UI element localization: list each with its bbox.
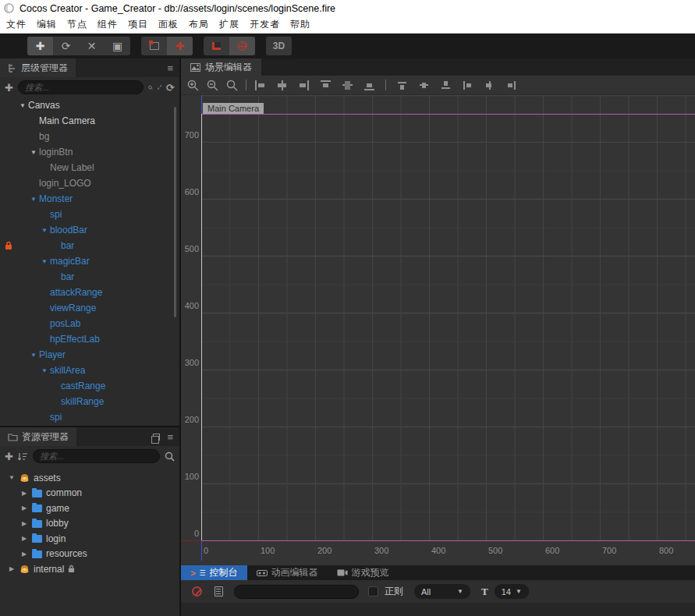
asset-node-common[interactable]: ▶common — [0, 486, 179, 501]
hierarchy-node-bloodBar[interactable]: ▼bloodBar — [0, 222, 179, 238]
hierarchy-node-magicBar[interactable]: ▼magicBar — [0, 253, 179, 269]
console-log-area[interactable] — [181, 603, 695, 616]
view3d-toggle-button[interactable]: 3D — [266, 37, 292, 55]
hierarchy-node-Player[interactable]: ▼Player — [0, 347, 179, 363]
expand-arrow-icon[interactable]: ▼ — [17, 102, 28, 109]
asset-node-internal[interactable]: ▶internal — [0, 561, 179, 577]
tab-game-preview[interactable]: 游戏预览 — [328, 565, 399, 580]
hierarchy-collapse-all-icon[interactable] — [158, 83, 161, 92]
assets-search-icon[interactable] — [165, 451, 175, 462]
hierarchy-search-input[interactable] — [18, 80, 144, 94]
asset-node-lobby[interactable]: ▶lobby — [0, 516, 179, 532]
align-top-icon[interactable] — [320, 80, 332, 90]
hierarchy-node-viewRange[interactable]: viewRange — [0, 300, 179, 316]
assets-float-icon[interactable] — [153, 434, 160, 441]
hierarchy-node-attackRange[interactable]: attackRange — [0, 285, 179, 300]
log-level-dropdown[interactable]: All ▼ — [414, 584, 470, 599]
expand-arrow-icon[interactable]: ▼ — [28, 352, 39, 359]
expand-arrow-icon[interactable]: ▼ — [39, 227, 50, 234]
regex-checkbox[interactable] — [368, 586, 378, 597]
tab-assets[interactable]: 资源管理器 — [0, 427, 76, 446]
tab-animation-editor[interactable]: 动画编辑器 — [247, 565, 328, 580]
asset-node-assets[interactable]: ▼assets — [0, 470, 179, 486]
distribute-h-center-icon[interactable] — [484, 80, 495, 90]
hierarchy-node-Monster[interactable]: ▼Monster — [0, 191, 179, 207]
hierarchy-node-hpEffectLab[interactable]: hpEffectLab — [0, 331, 179, 347]
hierarchy-node-skillArea[interactable]: ▼skillArea — [0, 363, 179, 378]
collapse-arrow-icon[interactable]: ▶ — [20, 520, 28, 527]
zoom-out-icon[interactable] — [207, 80, 218, 91]
lock-icon[interactable] — [5, 241, 12, 250]
hierarchy-node-castRange[interactable]: castRange — [0, 378, 179, 394]
main-camera-gizmo-label[interactable]: Main Camera — [203, 103, 264, 114]
assets-search-input[interactable] — [33, 449, 160, 463]
collapse-arrow-icon[interactable]: ▶ — [20, 504, 28, 512]
hierarchy-node-bar[interactable]: bar — [0, 269, 179, 285]
console-filter-input[interactable] — [234, 585, 359, 599]
assets-menu-icon[interactable]: ≡ — [167, 432, 173, 442]
console-log-file-icon[interactable] — [215, 586, 223, 597]
anchor-mode-button[interactable]: ✚ — [167, 37, 193, 55]
menu-item-2[interactable]: 节点 — [67, 18, 87, 31]
align-v-middle-icon[interactable] — [342, 80, 353, 90]
zoom-in-icon[interactable] — [187, 80, 199, 91]
rect-tool-button[interactable]: ▣ — [105, 37, 130, 55]
menu-item-4[interactable]: 项目 — [128, 18, 148, 31]
hierarchy-node-New-Label[interactable]: New Label — [0, 160, 179, 175]
hierarchy-search-icon[interactable] — [148, 83, 153, 93]
menu-item-5[interactable]: 面板 — [158, 18, 179, 31]
align-left-icon[interactable] — [254, 80, 266, 90]
distribute-top-icon[interactable] — [396, 80, 408, 90]
hierarchy-add-button[interactable]: ✚ — [5, 83, 13, 93]
collapse-arrow-icon[interactable]: ▶ — [20, 535, 28, 542]
asset-node-login[interactable]: ▶login — [0, 531, 179, 547]
menu-item-9[interactable]: 帮助 — [290, 18, 310, 31]
hierarchy-node-loginBtn[interactable]: ▼loginBtn — [0, 144, 179, 160]
expand-arrow-icon[interactable]: ▼ — [28, 196, 39, 203]
asset-node-resources[interactable]: ▶resources — [0, 547, 179, 562]
assets-add-button[interactable]: ✚ — [5, 451, 13, 462]
console-clear-icon[interactable] — [192, 586, 202, 597]
distribute-left-icon[interactable] — [462, 80, 473, 90]
distribute-v-center-icon[interactable] — [418, 80, 430, 90]
scale-tool-button[interactable]: ✕ — [79, 37, 105, 55]
menu-item-0[interactable]: 文件 — [6, 18, 27, 31]
hierarchy-node-bar[interactable]: bar — [0, 238, 179, 253]
zoom-reset-icon[interactable] — [226, 80, 238, 91]
align-right-icon[interactable] — [298, 80, 310, 90]
tab-scene-editor[interactable]: 场景编辑器 — [181, 58, 261, 76]
hierarchy-node-spi[interactable]: spi — [0, 207, 179, 222]
expand-arrow-icon[interactable]: ▼ — [8, 474, 16, 481]
hierarchy-node-posLab[interactable]: posLab — [0, 316, 179, 331]
menu-item-1[interactable]: 编辑 — [37, 18, 57, 31]
menu-item-8[interactable]: 开发者 — [250, 18, 280, 31]
collapse-arrow-icon[interactable]: ▶ — [20, 551, 28, 558]
font-size-dropdown[interactable]: 14 ▼ — [495, 584, 529, 599]
hierarchy-node-login_LOGO[interactable]: login_LOGO — [0, 175, 179, 191]
expand-arrow-icon[interactable]: ▼ — [39, 258, 50, 265]
move-tool-button[interactable]: ✚ — [27, 37, 53, 55]
menu-item-6[interactable]: 布局 — [189, 18, 209, 31]
distribute-right-icon[interactable] — [505, 80, 517, 90]
position-mode-button[interactable] — [141, 37, 167, 55]
align-bottom-icon[interactable] — [363, 80, 375, 90]
tab-hierarchy[interactable]: 层级管理器 — [0, 58, 76, 77]
rotate-tool-button[interactable]: ⟳ — [53, 37, 79, 55]
scene-viewport[interactable]: Main Camera 0100200300400500600700800 70… — [181, 95, 695, 565]
hierarchy-node-spi[interactable]: spi — [0, 409, 179, 425]
hierarchy-menu-icon[interactable]: ≡ — [167, 63, 173, 73]
menu-item-7[interactable]: 扩展 — [219, 18, 239, 31]
align-h-center-icon[interactable] — [276, 80, 288, 90]
hierarchy-refresh-icon[interactable]: ⟳ — [166, 83, 175, 93]
collapse-arrow-icon[interactable]: ▶ — [20, 490, 28, 497]
collapse-arrow-icon[interactable]: ▶ — [8, 565, 16, 572]
expand-arrow-icon[interactable]: ▼ — [39, 367, 50, 374]
menu-item-3[interactable]: 组件 — [98, 18, 118, 31]
asset-node-game[interactable]: ▶game — [0, 501, 179, 516]
hierarchy-node-Main-Camera[interactable]: Main Camera — [0, 113, 179, 129]
border-gizmo-button[interactable] — [204, 37, 229, 55]
expand-arrow-icon[interactable]: ▼ — [28, 149, 39, 156]
assets-sort-icon[interactable] — [18, 451, 28, 462]
hierarchy-node-bg[interactable]: bg — [0, 129, 179, 144]
distribute-bottom-icon[interactable] — [440, 80, 452, 90]
